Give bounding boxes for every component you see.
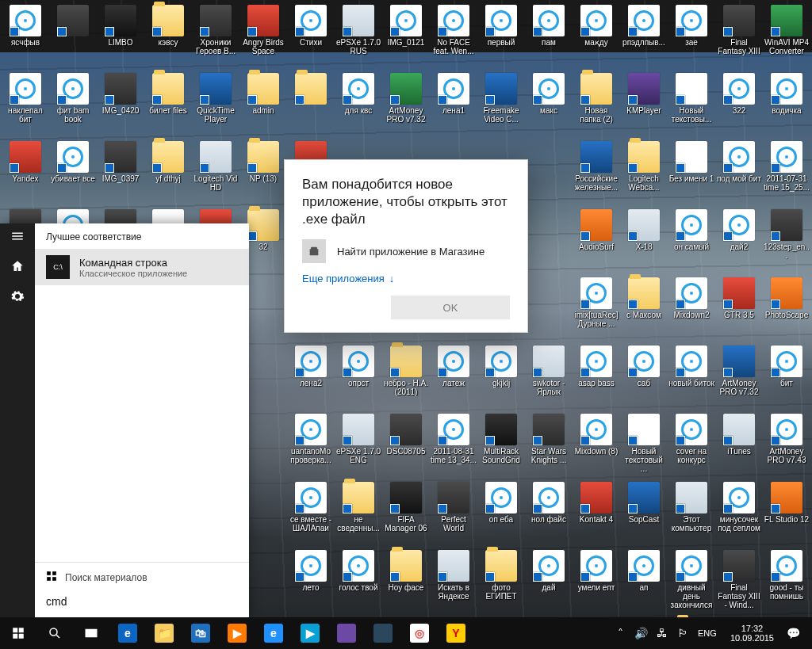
desktop-icon[interactable]: Kontakt 4: [573, 480, 620, 547]
desktop-icon[interactable]: ArtMoney PRO v7.32: [715, 344, 763, 410]
desktop-icon[interactable]: для квс: [335, 71, 382, 138]
desktop-icon[interactable]: латеж: [430, 344, 477, 410]
desktop-icon[interactable]: imix[tuaRec] Дурные ...: [573, 276, 620, 342]
desktop-icon[interactable]: DSC08705: [382, 412, 430, 479]
taskbar-app-video[interactable]: ▶: [292, 617, 328, 649]
desktop-icon[interactable]: не сведенны...: [335, 480, 382, 547]
desktop-icon[interactable]: gkjklj: [477, 344, 525, 410]
desktop-icon[interactable]: умели епт: [573, 548, 620, 615]
desktop-icon[interactable]: Angry Birds Space: [239, 3, 287, 70]
desktop-icon[interactable]: QuickTime Player: [192, 71, 239, 138]
desktop-icon[interactable]: Mixdown (8): [573, 412, 620, 479]
taskbar-clock[interactable]: 17:32 10.09.2015: [724, 624, 780, 643]
desktop-icon[interactable]: [49, 3, 97, 70]
more-apps-link[interactable]: Еще приложения ↓: [302, 273, 510, 284]
desktop-icon[interactable]: фото ЕГИПЕТ: [477, 548, 525, 615]
desktop-icon[interactable]: Искать в Яндексе: [430, 548, 477, 615]
desktop-icon[interactable]: новый биток: [668, 344, 715, 410]
desktop-icon[interactable]: IMG_0121: [382, 3, 430, 70]
desktop-icon[interactable]: ePSXe 1.7.0 RUS: [335, 3, 382, 70]
desktop-icon[interactable]: се вместе - ШАЛАпаи: [287, 480, 335, 547]
desktop-icon[interactable]: GTR 3.5: [715, 276, 763, 342]
desktop-icon[interactable]: дай: [525, 548, 573, 615]
desktop-icon[interactable]: лена2: [287, 344, 335, 410]
desktop-icon[interactable]: мақду: [573, 3, 620, 70]
desktop-icon[interactable]: оп еба: [477, 480, 525, 547]
desktop-icon[interactable]: под мой бит: [715, 139, 763, 206]
home-icon[interactable]: [10, 258, 25, 274]
desktop-icon[interactable]: Logitech Webca...: [620, 139, 668, 206]
desktop-icon[interactable]: ап: [620, 548, 668, 615]
desktop-icon[interactable]: WinAVI MP4 Converter: [763, 3, 810, 70]
desktop-icon[interactable]: swkotor - Ярлык: [525, 344, 573, 410]
desktop-icon[interactable]: Новая папка (2): [573, 71, 620, 138]
desktop-icon[interactable]: FL Studio 12: [763, 480, 810, 547]
desktop-icon[interactable]: 322: [715, 71, 763, 138]
search-input[interactable]: cmd: [35, 589, 249, 617]
desktop-icon[interactable]: asap bass: [573, 344, 620, 410]
desktop-icon[interactable]: Без имени 1: [668, 139, 715, 206]
desktop-icon[interactable]: убивает все: [49, 139, 97, 206]
desktop-icon[interactable]: он самый: [668, 208, 715, 274]
ok-button[interactable]: OK: [391, 296, 510, 319]
desktop-icon[interactable]: FIFA Manager 06: [382, 480, 430, 547]
desktop-icon[interactable]: ясчфыв: [2, 3, 49, 70]
desktop-icon[interactable]: Mixdown2: [668, 276, 715, 342]
desktop-icon[interactable]: good - ты помнишь: [763, 548, 810, 615]
task-view-icon[interactable]: [73, 617, 109, 649]
taskbar-app-steam[interactable]: [365, 617, 401, 649]
desktop-icon[interactable]: билет files: [144, 71, 192, 138]
start-button[interactable]: [0, 617, 36, 649]
search-result-cmd[interactable]: C:\ Командная строка Классическое прилож…: [35, 249, 249, 285]
taskbar-app-mediaplayer[interactable]: ▶: [219, 617, 255, 649]
desktop-icon[interactable]: iTunes: [715, 412, 763, 479]
desktop-icon[interactable]: AudioSurf: [573, 208, 620, 274]
desktop-icon[interactable]: небро - Н.А. (2011): [382, 344, 430, 410]
store-row[interactable]: Найти приложение в Магазине: [302, 239, 510, 263]
desktop-icon[interactable]: LIMBO: [97, 3, 144, 70]
desktop-icon[interactable]: ArtMoney PRO v7.43: [763, 412, 810, 479]
desktop-icon[interactable]: лена1: [430, 71, 477, 138]
desktop-icon[interactable]: 123step_en...: [763, 208, 810, 274]
desktop-icon[interactable]: дивный день закончился: [668, 548, 715, 615]
desktop-icon[interactable]: пам: [525, 3, 573, 70]
desktop-icon[interactable]: SopCast: [620, 480, 668, 547]
taskbar-app-yandex[interactable]: Y: [438, 617, 474, 649]
tray-volume-icon[interactable]: 🔊: [634, 617, 649, 649]
taskbar-app-edge[interactable]: e: [109, 617, 146, 649]
desktop-icon[interactable]: ePSXe 1.7.0 ENG: [335, 412, 382, 479]
desktop-icon[interactable]: саб: [620, 344, 668, 410]
desktop-icon[interactable]: Freemake Video C...: [477, 71, 525, 138]
desktop-icon[interactable]: KMPlayer: [620, 71, 668, 138]
taskbar-app-ie[interactable]: e: [255, 617, 292, 649]
desktop-icon[interactable]: фит bam book: [49, 71, 97, 138]
desktop-icon[interactable]: yf dthyj: [144, 139, 192, 206]
settings-gear-icon[interactable]: [10, 288, 25, 304]
desktop-icon[interactable]: бит: [763, 344, 810, 410]
tray-network-icon[interactable]: 🖧: [654, 617, 670, 649]
desktop-icon[interactable]: Final Fantasy XIII: [715, 3, 763, 70]
desktop-icon[interactable]: рпэдлпыв...: [620, 3, 668, 70]
desktop-icon[interactable]: водичка: [763, 71, 810, 138]
desktop-icon[interactable]: с Максом: [620, 276, 668, 342]
taskbar-app-chrome[interactable]: ◎: [401, 617, 438, 649]
desktop-icon[interactable]: Final Fantasy XIII - Wind...: [715, 548, 763, 615]
taskbar-app-store[interactable]: 🛍: [182, 617, 219, 649]
desktop-icon[interactable]: опрст: [335, 344, 382, 410]
hamburger-icon[interactable]: [10, 228, 25, 244]
desktop-icon[interactable]: ArtMoney PRO v7.32: [382, 71, 430, 138]
desktop-icon[interactable]: кэвсу: [144, 3, 192, 70]
desktop-icon[interactable]: минусочек под сеплом: [715, 480, 763, 547]
desktop-icon[interactable]: макс: [525, 71, 573, 138]
desktop-icon[interactable]: 2011-07-31 time 15_25...: [763, 139, 810, 206]
desktop-icon[interactable]: Этот компьютер: [668, 480, 715, 547]
desktop-icon[interactable]: первый: [477, 3, 525, 70]
search-footer[interactable]: Поиск материалов: [35, 562, 249, 589]
desktop-icon[interactable]: Хроники Героев В...: [192, 3, 239, 70]
show-desktop-button[interactable]: [806, 617, 810, 649]
desktop-icon[interactable]: PhotoScape: [763, 276, 810, 342]
desktop-icon[interactable]: голос твой: [335, 548, 382, 615]
desktop-icon[interactable]: IMG_0420: [97, 71, 144, 138]
desktop-icon[interactable]: 2011-08-31 time 13_34...: [430, 412, 477, 479]
desktop-icon[interactable]: [287, 71, 335, 138]
